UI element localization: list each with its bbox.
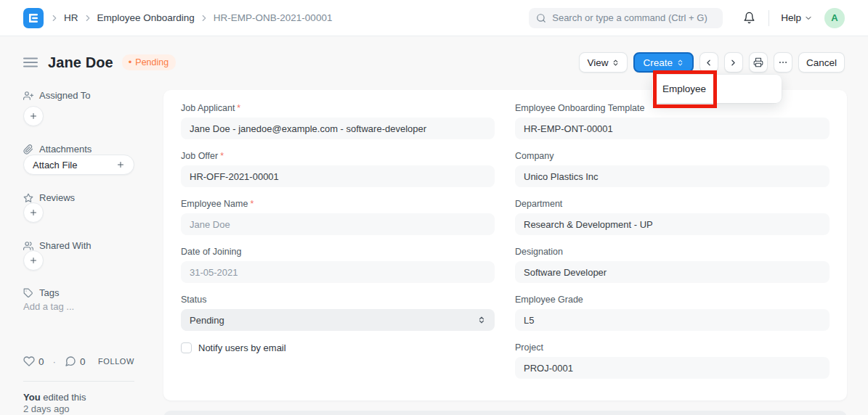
users-icon [23,241,33,251]
company-input[interactable] [515,165,830,187]
cancel-button[interactable]: Cancel [798,52,845,73]
tags-section: Tags [23,287,59,298]
create-menu-item-employee[interactable]: Employee [652,83,706,94]
navbar: HR Employee Onboarding HR-EMP-ONB-2021-0… [0,0,868,36]
separator: · [53,356,57,367]
cancel-button-label: Cancel [806,57,837,68]
add-review-button[interactable] [23,202,44,223]
attach-file-button[interactable]: Attach File [23,155,134,175]
comment-count: 0 [80,356,86,367]
add-share-button[interactable] [23,250,44,271]
create-dropdown-menu: Employee [652,75,782,103]
reviews-section: Reviews [23,192,75,203]
plus-icon [116,160,125,169]
chevron-down-icon [804,14,813,22]
caret-updown-icon [477,316,486,324]
follow-button[interactable]: FOLLOW [98,357,134,366]
chevron-right-icon [199,13,209,23]
help-label: Help [781,12,801,23]
field-job-applicant: Job Applicant * [181,103,495,139]
printer-icon [753,57,763,67]
field-designation: Designation [515,247,830,283]
required-marker: * [237,103,240,113]
previous-document-button[interactable] [699,52,718,73]
employee-name-input[interactable] [181,213,495,235]
status-select[interactable]: Pending [181,309,495,331]
view-button-label: View [587,57,608,68]
edited-by-line: You edited this [23,391,86,403]
form-column-right: Employee Onboarding Template Company Dep… [515,103,830,390]
bell-icon[interactable] [743,12,755,24]
comment-icon[interactable] [65,356,76,367]
field-onboarding-template: Employee Onboarding Template [515,103,830,139]
date-of-joining-label: Date of Joining [181,247,241,257]
like-count: 0 [38,356,44,367]
paperclip-icon [23,144,33,155]
project-input[interactable] [515,357,830,379]
erpnext-logo-icon[interactable] [23,8,44,28]
field-job-offer: Job Offer * [181,151,495,187]
breadcrumb-hr[interactable]: HR [64,12,78,23]
chevron-right-icon [83,13,93,23]
designation-input[interactable] [515,261,830,283]
print-button[interactable] [749,52,768,73]
notify-users-checkbox[interactable] [181,342,192,353]
divider [23,381,134,382]
edited-by-user: You [23,392,41,403]
sidebar-toggle-icon[interactable] [23,57,38,68]
employee-grade-input[interactable] [515,309,830,331]
attachments-section: Attachments [23,144,92,155]
chevron-right-icon [729,58,738,67]
next-section-top-edge [163,411,847,415]
create-button-label: Create [643,57,673,68]
search-input[interactable] [552,12,715,23]
global-search[interactable] [529,8,723,28]
tags-label: Tags [39,287,59,298]
search-icon [536,13,546,23]
employee-name-label: Employee Name [181,199,248,209]
heart-icon[interactable] [23,356,35,367]
field-company: Company [515,151,830,187]
department-input[interactable] [515,213,830,235]
create-button[interactable]: Create [633,52,694,73]
form-card: Job Applicant * Job Offer * Employee Nam… [163,90,847,400]
project-label: Project [515,342,543,353]
status-label: Status [181,295,206,305]
department-label: Department [515,199,562,209]
required-marker: * [250,199,253,209]
company-label: Company [515,151,554,161]
onboarding-template-input[interactable] [515,118,830,139]
breadcrumb: HR Employee Onboarding HR-EMP-ONB-2021-0… [49,12,332,23]
assigned-to-label: Assigned To [39,90,91,101]
page-title: Jane Doe [48,54,113,71]
assigned-to-section: Assigned To [23,90,91,101]
field-project: Project [515,342,830,379]
caret-updown-icon [676,59,684,67]
view-button[interactable]: View [579,52,628,73]
next-document-button[interactable] [724,52,743,73]
breadcrumb-employee-onboarding[interactable]: Employee Onboarding [97,12,195,23]
like-group: 0 · 0 [23,356,86,367]
field-notify-users: Notify users by email [181,342,495,353]
status-badge: Pending [122,54,176,70]
ellipsis-icon [778,57,788,67]
shared-with-section: Shared With [23,240,92,251]
add-tag-input[interactable]: Add a tag ... [23,301,74,312]
likes-row: 0 · 0 FOLLOW [23,356,134,367]
tag-icon [23,288,33,298]
user-avatar[interactable]: A [824,8,845,28]
attach-file-label: Attach File [33,160,77,170]
job-offer-input[interactable] [181,165,495,187]
page-header: Jane Doe Pending View Create [23,51,845,74]
field-employee-name: Employee Name * [181,199,495,235]
job-applicant-input[interactable] [181,118,495,139]
onboarding-template-label: Employee Onboarding Template [515,103,644,113]
breadcrumb-current-doc: HR-EMP-ONB-2021-00001 [214,12,333,23]
menu-ellipsis-button[interactable] [774,52,792,73]
job-applicant-label: Job Applicant [181,103,235,113]
date-of-joining-input[interactable] [181,261,495,283]
chevron-right-icon [49,13,60,23]
help-menu[interactable]: Help [781,12,813,23]
add-assignment-button[interactable] [23,106,44,126]
toolbar: View Create [579,52,845,73]
